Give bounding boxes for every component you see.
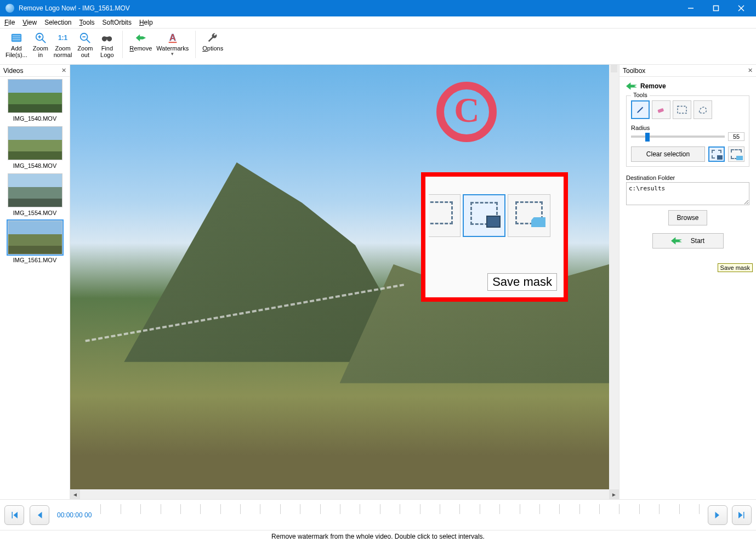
status-text: Remove watermark from the whole video. D… — [271, 533, 485, 540]
find-logo-button[interactable]: Find Logo — [96, 31, 118, 59]
timeline-ticks — [100, 504, 699, 526]
zoom-normal-icon: 1:1 — [57, 32, 69, 44]
callout-button-left[interactable] — [418, 194, 461, 237]
zoom-normal-button[interactable]: 1:1 Zoom normal — [52, 31, 75, 59]
eraser-tool[interactable] — [652, 100, 670, 119]
video-list-item[interactable]: IMG_1561.MOV — [2, 221, 67, 263]
binoculars-icon — [101, 32, 113, 44]
menu-view[interactable]: View — [22, 19, 37, 26]
video-thumbnail — [8, 173, 62, 207]
callout-save-mask-button[interactable] — [463, 194, 505, 237]
main-area: Videos ✕ IMG_1540.MOVIMG_1548.MOVIMG_155… — [0, 65, 756, 499]
arrow-icon — [671, 237, 682, 245]
watermarks-icon: A — [167, 32, 179, 44]
menu-bar: File View Selection Tools SoftOrbits Hel… — [0, 16, 756, 29]
videos-panel-title: Videos — [3, 67, 23, 75]
video-canvas[interactable]: Save mask — [70, 65, 609, 489]
callout-open-mask-button[interactable] — [508, 194, 550, 237]
open-mask-icon — [515, 201, 543, 224]
dropdown-icon: ▾ — [171, 51, 174, 57]
save-mask-button[interactable] — [708, 146, 725, 162]
marker-icon — [635, 105, 645, 115]
radius-value[interactable]: 55 — [728, 132, 744, 141]
video-frame: Save mask — [70, 65, 609, 489]
menu-file[interactable]: File — [4, 19, 15, 26]
tools-fieldset: Tools Radius 55 Clear selection — [626, 95, 749, 167]
menu-help[interactable]: Help — [139, 19, 153, 26]
zoom-out-button[interactable]: Zoom out — [74, 31, 96, 59]
add-files-icon — [10, 32, 22, 44]
toolbox-panel-header: Toolbox ✕ — [619, 65, 756, 77]
toolbox-panel-close[interactable]: ✕ — [748, 67, 753, 74]
rect-select-tool[interactable] — [673, 100, 691, 119]
window-title: Remove Logo Now! - IMG_1561.MOV — [18, 4, 678, 12]
zoom-normal-label: Zoom normal — [54, 45, 72, 58]
tools-legend: Tools — [631, 92, 650, 98]
canvas-wrap: Save mask ◄ ► — [70, 65, 619, 499]
timeline-next-button[interactable] — [708, 505, 727, 525]
video-filename: IMG_1554.MOV — [2, 210, 67, 216]
menu-tools[interactable]: Tools — [79, 19, 95, 26]
rect-select-icon — [677, 105, 687, 114]
video-list-item[interactable]: IMG_1548.MOV — [2, 126, 67, 169]
find-logo-label: Find Logo — [100, 45, 113, 58]
timeline-prev-button[interactable] — [30, 505, 49, 525]
clear-selection-button[interactable]: Clear selection — [631, 146, 705, 162]
horizontal-scrollbar[interactable]: ◄ ► — [70, 489, 619, 499]
toolbox-panel-title: Toolbox — [623, 67, 645, 75]
menu-softorbits[interactable]: SoftOrbits — [103, 19, 132, 26]
window-titlebar: Remove Logo Now! - IMG_1561.MOV — [0, 0, 756, 16]
zoom-out-label: Zoom out — [77, 45, 93, 58]
open-mask-button[interactable] — [728, 146, 744, 162]
zoom-in-label: Zoom in — [33, 45, 48, 58]
vertical-scrollbar[interactable] — [609, 65, 619, 479]
start-button[interactable]: Start — [652, 233, 724, 249]
zoom-in-button[interactable]: Zoom in — [30, 31, 52, 59]
video-list-item[interactable]: IMG_1540.MOV — [2, 79, 67, 122]
svg-rect-1 — [714, 6, 719, 11]
options-button[interactable]: Options — [200, 31, 225, 53]
scroll-left-icon[interactable]: ◄ — [70, 489, 80, 499]
canvas-area: Save mask — [70, 65, 619, 489]
radius-label: Radius — [631, 125, 744, 131]
add-files-button[interactable]: Add File(s)... — [3, 31, 30, 59]
timeline-track[interactable] — [100, 504, 699, 526]
timeline-end-button[interactable] — [732, 505, 752, 525]
video-filename: IMG_1548.MOV — [2, 162, 67, 169]
video-thumbnail — [8, 79, 62, 113]
toolbar-separator — [195, 31, 196, 58]
maximize-button[interactable] — [703, 0, 729, 16]
callout-tooltip-label: Save mask — [487, 273, 557, 291]
zoom-in-icon — [35, 32, 47, 44]
destination-folder-label: Destination Folder — [626, 174, 749, 181]
radius-slider[interactable] — [631, 136, 725, 138]
freeform-select-tool[interactable] — [694, 100, 712, 119]
scroll-right-icon[interactable]: ► — [609, 489, 619, 499]
remove-arrow-icon — [135, 32, 147, 44]
video-thumbnail — [8, 126, 62, 160]
save-mask-icon — [712, 150, 721, 159]
watermarks-button[interactable]: A Watermarks ▾ — [154, 31, 191, 58]
timeline-bar: 00:00:00 00 — [0, 499, 756, 530]
zoom-out-icon — [79, 32, 91, 44]
minimize-button[interactable] — [678, 0, 703, 16]
video-filename: IMG_1540.MOV — [2, 115, 67, 122]
remove-label: Remove — [129, 45, 152, 52]
destination-folder-input[interactable] — [626, 182, 749, 205]
timeline-start-button[interactable] — [4, 505, 24, 525]
svg-line-6 — [42, 39, 45, 43]
video-list[interactable]: IMG_1540.MOVIMG_1548.MOVIMG_1554.MOVIMG_… — [0, 77, 70, 499]
open-mask-icon — [731, 149, 742, 159]
menu-selection[interactable]: Selection — [44, 19, 71, 26]
slider-thumb[interactable] — [645, 133, 650, 142]
close-button[interactable] — [729, 0, 754, 16]
remove-button[interactable]: Remove — [127, 31, 154, 58]
browse-button[interactable]: Browse — [668, 210, 707, 225]
svg-rect-14 — [106, 37, 109, 39]
svg-rect-18 — [678, 106, 686, 114]
marker-tool[interactable] — [631, 100, 650, 119]
svg-line-10 — [87, 39, 90, 43]
videos-panel-close[interactable]: ✕ — [61, 67, 66, 74]
svg-text:A: A — [169, 32, 176, 42]
video-list-item[interactable]: IMG_1554.MOV — [2, 173, 67, 216]
